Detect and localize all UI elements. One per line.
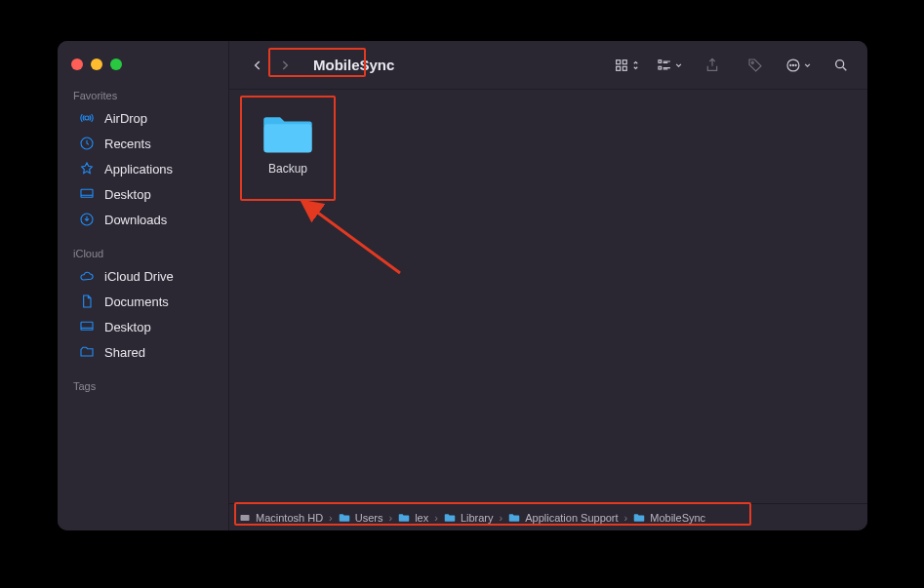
folder-item-backup[interactable]: Backup xyxy=(249,105,327,181)
view-mode-button[interactable] xyxy=(614,53,639,78)
crumb-label: Application Support xyxy=(525,512,618,524)
back-button[interactable] xyxy=(245,53,270,78)
svg-point-15 xyxy=(795,64,796,65)
sidebar-item-icloud-drive[interactable]: iCloud Drive xyxy=(63,263,222,289)
sidebar: Favorites AirDrop Recents Applications D… xyxy=(58,41,229,530)
sidebar-item-label: Desktop xyxy=(104,320,151,334)
svg-rect-17 xyxy=(263,124,312,152)
document-icon xyxy=(79,294,95,309)
crumb-label: lex xyxy=(415,512,428,524)
sidebar-item-shared[interactable]: Shared xyxy=(63,339,222,365)
svg-rect-10 xyxy=(659,66,662,69)
svg-rect-5 xyxy=(617,59,621,63)
folder-icon xyxy=(398,512,410,524)
path-bar: Macintosh HD › Users › lex › Library › xyxy=(229,503,867,530)
chevron-right-icon: › xyxy=(327,512,335,524)
sidebar-item-label: Downloads xyxy=(104,213,167,227)
folder-icon xyxy=(633,512,645,524)
sidebar-item-airdrop[interactable]: AirDrop xyxy=(63,105,222,131)
svg-point-0 xyxy=(85,116,89,120)
svg-point-14 xyxy=(792,64,793,65)
shared-folder-icon xyxy=(79,344,95,360)
crumb-label: Library xyxy=(461,512,494,524)
folder-icon xyxy=(508,512,520,524)
minimize-window-button[interactable] xyxy=(91,59,102,70)
folder-icon xyxy=(339,512,350,524)
sidebar-item-label: Applications xyxy=(104,162,173,176)
sidebar-item-label: Shared xyxy=(104,345,145,360)
path-crumb-current[interactable]: MobileSync xyxy=(633,512,705,524)
desktop-icon xyxy=(79,319,95,334)
svg-point-16 xyxy=(836,59,844,67)
sidebar-section-label: Favorites xyxy=(58,84,228,105)
svg-rect-7 xyxy=(617,66,621,70)
clock-icon xyxy=(79,136,95,151)
path-crumb[interactable]: Users xyxy=(339,512,383,524)
svg-rect-9 xyxy=(659,59,662,62)
svg-point-11 xyxy=(751,61,753,63)
search-button[interactable] xyxy=(828,53,854,78)
desktop-icon xyxy=(79,186,95,202)
share-button[interactable] xyxy=(700,53,725,78)
path-crumb[interactable]: Library xyxy=(444,512,494,524)
sidebar-section-label: Tags xyxy=(58,374,228,396)
sidebar-item-label: Desktop xyxy=(104,187,151,202)
sidebar-item-desktop[interactable]: Desktop xyxy=(63,181,222,207)
sidebar-item-label: Documents xyxy=(104,294,169,309)
chevron-right-icon: › xyxy=(498,512,505,524)
sidebar-item-icloud-desktop[interactable]: Desktop xyxy=(63,314,222,339)
group-button[interactable] xyxy=(657,53,682,78)
sidebar-section-label: iCloud xyxy=(58,242,228,263)
path-crumb[interactable]: lex xyxy=(398,512,428,524)
crumb-label: MobileSync xyxy=(650,512,705,524)
folder-icon xyxy=(444,512,456,524)
sidebar-item-downloads[interactable]: Downloads xyxy=(63,207,222,232)
forward-button[interactable] xyxy=(272,53,298,78)
svg-rect-2 xyxy=(81,189,93,197)
svg-rect-6 xyxy=(623,59,626,63)
finder-window: Favorites AirDrop Recents Applications D… xyxy=(58,41,867,530)
cloud-icon xyxy=(79,268,95,284)
crumb-label: Macintosh HD xyxy=(256,512,323,524)
zoom-window-button[interactable] xyxy=(110,59,122,70)
svg-rect-18 xyxy=(241,515,250,521)
chevron-right-icon: › xyxy=(623,512,630,524)
svg-point-13 xyxy=(790,64,791,65)
window-title: MobileSync xyxy=(307,55,400,75)
svg-rect-4 xyxy=(81,322,93,330)
content-area[interactable]: Backup xyxy=(229,90,867,503)
action-menu-button[interactable] xyxy=(785,53,811,78)
sidebar-item-recents[interactable]: Recents xyxy=(63,131,222,156)
downloads-icon xyxy=(79,212,95,227)
close-window-button[interactable] xyxy=(71,59,83,70)
main-pane: MobileSync Backup xyxy=(229,41,867,530)
chevron-right-icon: › xyxy=(386,512,394,524)
path-crumb[interactable]: Application Support xyxy=(508,512,618,524)
svg-rect-8 xyxy=(623,66,626,70)
airdrop-icon xyxy=(79,110,95,126)
toolbar: MobileSync xyxy=(229,41,867,90)
folder-icon xyxy=(260,111,316,156)
tags-button[interactable] xyxy=(743,53,768,78)
chevron-right-icon: › xyxy=(432,512,440,524)
sidebar-item-label: Recents xyxy=(104,137,151,151)
sidebar-item-applications[interactable]: Applications xyxy=(63,156,222,181)
sidebar-item-documents[interactable]: Documents xyxy=(63,289,222,314)
applications-icon xyxy=(79,161,95,176)
sidebar-item-label: iCloud Drive xyxy=(104,269,174,284)
window-controls xyxy=(58,51,228,84)
sidebar-item-label: AirDrop xyxy=(104,111,147,126)
disk-icon xyxy=(239,512,251,524)
crumb-label: Users xyxy=(355,512,383,524)
folder-label: Backup xyxy=(268,162,307,176)
path-crumb-root[interactable]: Macintosh HD xyxy=(239,512,323,524)
